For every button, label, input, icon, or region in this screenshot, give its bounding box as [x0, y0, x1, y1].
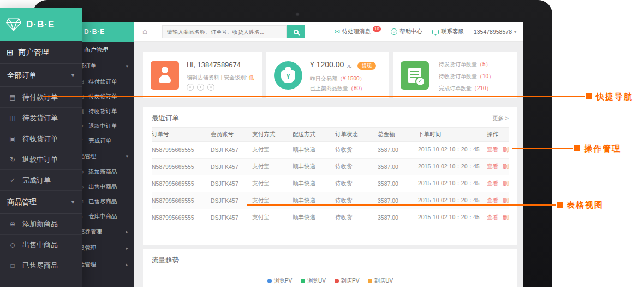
security-value: 低 [249, 74, 254, 80]
social-icon[interactable] [197, 84, 204, 91]
social-icon[interactable] [207, 84, 214, 91]
cart-icon: ◫ [8, 114, 17, 122]
sidebar-item-completed[interactable]: ✓完成订单 [0, 170, 82, 191]
view-link[interactable]: 查看 [487, 146, 498, 154]
account: DSJFK457 [211, 214, 252, 221]
sidebar-item-label: 出售中商品 [22, 240, 58, 250]
legend-item: 到店UV [368, 277, 393, 285]
social-icon[interactable] [187, 84, 194, 91]
order-no: N587995665555 [152, 214, 211, 221]
sidebar-group-label: 商品管理 [7, 197, 37, 207]
profile-card: Hi, 13847589674 编辑店铺资料 | 安全级别: 低 [143, 52, 262, 98]
sidebar-item-label: 退款中订单 [88, 122, 117, 130]
status: 待收货 [335, 180, 378, 188]
sidebar-item-label: 添加新商品 [22, 219, 58, 229]
chevron-right-icon: ▸ [126, 262, 128, 267]
sidebar-item-refunding[interactable]: ↻退款中订单 [0, 149, 82, 170]
legend-label: 到店PV [341, 277, 359, 285]
chevron-right-icon: ▸ [126, 245, 128, 251]
col-header: 配送方式 [293, 131, 335, 138]
sidebar-item-pending-ship[interactable]: ◫待发货订单 [0, 108, 82, 128]
order-no: N587995665555 [152, 180, 211, 187]
sidebar-item-label: 添加新商品 [88, 168, 117, 176]
sidebar-group-all-orders[interactable]: 全部订单 ▾ [0, 64, 82, 87]
sidebar-item-label: 待收货订单 [22, 134, 58, 144]
edit-shop-link[interactable]: 编辑店铺资料 [187, 74, 219, 80]
delete-link[interactable]: 删除 [503, 197, 509, 204]
listed-label: 已上架商品数量 [310, 85, 348, 91]
col-header: 下单时间 [418, 131, 487, 138]
separator: | [221, 74, 223, 80]
listed-line: 已上架商品数量（80） [310, 85, 365, 92]
yesterday-value: （¥ 1500） [337, 75, 365, 81]
social-icons [187, 84, 214, 91]
sidebar-item-pending-receive[interactable]: ▣待收货订单 [0, 128, 82, 149]
annotation-marker [574, 145, 580, 151]
yesterday-label: 昨日交易额 [310, 75, 337, 81]
legend-dot [368, 279, 372, 283]
sidebar-group-products[interactable]: 商品管理 ▾ [0, 191, 82, 214]
account: DSJFK457 [211, 197, 252, 204]
brand-name: D·B·E [84, 28, 105, 36]
delete-link[interactable]: 删除 [503, 214, 509, 221]
table-body: N587995665555 DSJFK457 支付宝 顺丰快递 待收货 3587… [152, 142, 509, 226]
check-icon: ✓ [8, 177, 17, 184]
annotation-label: 快捷导航 [596, 92, 633, 102]
sidebar-item-pending-payment[interactable]: ▤待付款订单 [0, 87, 82, 108]
view-link[interactable]: 查看 [487, 163, 498, 171]
help-link[interactable]: ? 帮助中心 [391, 28, 422, 36]
legend-item: 浏览PV [267, 277, 292, 285]
payment: 支付宝 [252, 146, 293, 154]
table-row: N587995665555 DSJFK457 支付宝 顺丰快递 待收货 3587… [152, 142, 509, 159]
annotation-line [512, 148, 573, 149]
search-icon [294, 30, 299, 34]
account-dropdown[interactable]: 135478958578 ▾ [474, 28, 516, 35]
stat-value: （10） [477, 73, 494, 79]
sidebar-item-selling[interactable]: ◇出售中商品 [0, 235, 82, 255]
view-link[interactable]: 查看 [487, 197, 498, 204]
amount: 3587.00 [378, 214, 418, 221]
sidebar-item-add-product[interactable]: ⊕添加新商品 [0, 214, 82, 235]
view-link[interactable]: 查看 [487, 214, 498, 221]
profile-links: 编辑店铺资料 | 安全级别: 低 [187, 74, 254, 81]
service-link[interactable]: 联系客服 [432, 28, 464, 36]
pending-receive-stat: 待收货订单数量（10） [439, 73, 494, 80]
search-button[interactable] [287, 25, 305, 38]
amount: 3587.00 [378, 147, 418, 153]
account: DSJFK457 [211, 180, 252, 187]
payment: 支付宝 [252, 197, 293, 204]
sidebar-item-label: 完成订单 [88, 137, 111, 145]
stat-label: 完成订单数量 [439, 85, 472, 91]
messages-link[interactable]: ✉ 待处理消息 10 [334, 28, 380, 36]
greeting: Hi, 13847589674 [187, 61, 241, 69]
sidebar-item-soldout[interactable]: □已售尽商品 [0, 255, 82, 276]
completed-stat: 完成订单数量（210） [439, 85, 492, 92]
payment: 支付宝 [252, 180, 293, 188]
legend-label: 浏览PV [274, 277, 292, 285]
stat-label: 待发货订单数量 [439, 61, 477, 67]
listed-value: （80） [348, 85, 365, 91]
legend-dot [267, 279, 272, 283]
delete-link[interactable]: 删除 [503, 146, 509, 154]
home-icon[interactable]: ⌂ [142, 26, 147, 36]
more-link[interactable]: 更多 > [492, 115, 509, 122]
col-header: 会员账号 [211, 131, 252, 138]
order-stats-card: 待发货订单数量（5） 待收货订单数量（10） 完成订单数量（210） [393, 52, 517, 98]
traffic-panel: 流量趋势 浏览PV 浏览UV 到店PV 到店UV [143, 249, 517, 287]
delete-link[interactable]: 删除 [503, 180, 509, 188]
refresh-icon: ↻ [8, 156, 17, 163]
chart-legend: 浏览PV 浏览UV 到店PV 到店UV [143, 277, 517, 285]
account: DSJFK457 [211, 163, 252, 170]
col-header: 操作 [487, 131, 509, 138]
order-time: 2015-10-02 10：20：45 [418, 163, 487, 171]
search-input[interactable] [162, 25, 287, 38]
order-time: 2015-10-02 10：20：45 [418, 180, 487, 188]
view-link[interactable]: 查看 [487, 180, 498, 188]
withdraw-button[interactable]: 提现 [357, 62, 376, 70]
delete-link[interactable]: 删除 [503, 163, 509, 171]
sidebar-group-label: 全部订单 [7, 71, 37, 80]
tag-icon: ◇ [8, 241, 17, 249]
sidebar-item-admin[interactable]: ⊞ 商户管理 [0, 41, 82, 64]
help-label: 帮助中心 [399, 28, 422, 36]
sidebar-item-label: 待发货订单 [22, 113, 58, 123]
